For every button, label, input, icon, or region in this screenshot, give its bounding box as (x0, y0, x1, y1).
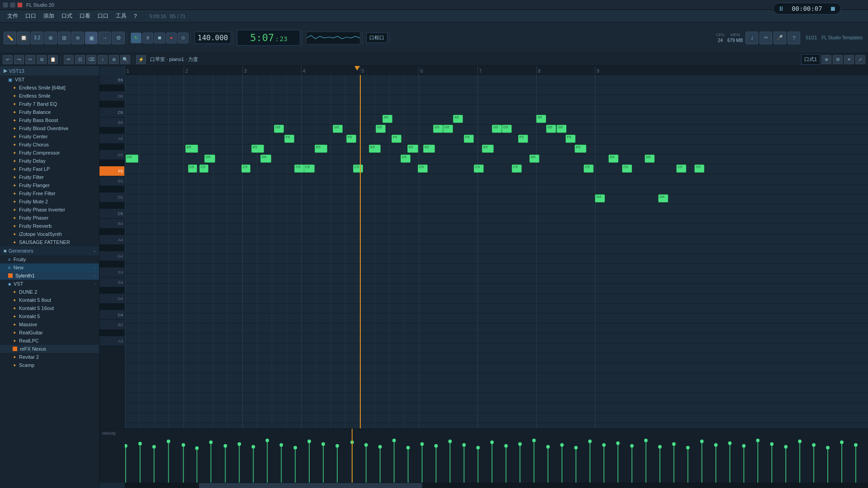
key-e5[interactable]: E5 (99, 176, 124, 186)
mode-display[interactable]: 口框口 (366, 33, 387, 43)
menu-edit[interactable]: 口口 (22, 11, 40, 21)
sidebar-item-delay[interactable]: ✦ Fruity Delay (0, 157, 99, 165)
note-g4-8[interactable]: G4 (595, 194, 605, 202)
sidebar-item-compressor[interactable]: ✦ Fruity Compressor (0, 149, 99, 157)
toolbar-icon-5[interactable]: ≋ (71, 32, 84, 44)
key-a4[interactable]: A4 (99, 235, 124, 245)
sidebar-item-vst2[interactable]: ■ VST - (0, 280, 99, 288)
cut-btn[interactable]: ✂ (25, 55, 35, 64)
note-g5-6a[interactable]: G5 (433, 125, 443, 133)
key-g5[interactable]: G5 (99, 150, 124, 160)
toolbar-icon-3[interactable]: ⊕ (44, 32, 57, 44)
key-b4[interactable]: B4 (99, 219, 124, 229)
note-d5-1[interactable]: D5 (126, 155, 138, 163)
note-c5-4[interactable]: C5 (304, 164, 315, 173)
note-c5-2a[interactable]: C5 (188, 164, 197, 173)
sidebar-item-kontakt16[interactable]: ✦ Kontakt 5 16out (0, 304, 99, 312)
clock-pause-btn[interactable]: ⏸ (778, 5, 784, 12)
copy-btn[interactable]: ⧉ (37, 55, 47, 64)
note-e5-7[interactable]: E5 (482, 145, 494, 153)
sidebar-item-center[interactable]: ✦ Fruity Center (0, 132, 99, 141)
sidebar-item-realguitar[interactable]: ✦ RealGuitar (0, 328, 99, 337)
key-b5[interactable]: B5 (99, 117, 124, 127)
note-d5-7[interactable]: D5 (529, 155, 539, 163)
sidebar-item-phaseinverter[interactable]: ✦ Fruity Phase Inverter (0, 206, 99, 214)
key-g4[interactable]: G4 (99, 251, 124, 261)
toolbar-icon-2[interactable]: 🔲 (17, 32, 30, 44)
mute-tool[interactable]: ⊗ (109, 55, 119, 64)
key-bb5[interactable] (99, 127, 124, 134)
key-e6[interactable]: E6 (99, 75, 124, 85)
key-bb4[interactable] (99, 229, 124, 235)
note-e5-2[interactable]: E5 (185, 145, 198, 153)
note-c5-7[interactable]: C5 (512, 164, 522, 173)
undo-btn[interactable]: ↩ (3, 55, 13, 64)
key-ab5[interactable] (99, 144, 124, 150)
paste-btn[interactable]: 📋 (48, 55, 58, 64)
key-eb6[interactable] (99, 85, 124, 91)
sidebar-item-izotope[interactable]: ✦ iZotope VocalSynth (0, 230, 99, 238)
close-panel[interactable]: ✕ (844, 55, 854, 64)
window-controls[interactable] (3, 2, 23, 8)
note-d5-5[interactable]: D5 (401, 155, 410, 163)
stop-btn[interactable]: ⏹ (154, 33, 165, 43)
note-f5-6[interactable]: F5 (464, 135, 474, 143)
note-g5-6b[interactable]: G5 (443, 125, 453, 133)
note-f5-7[interactable]: F5 (518, 135, 528, 143)
sidebar-item-fruity[interactable]: ≡ Fruity (0, 255, 99, 263)
note-c5-6[interactable]: C5 (474, 164, 484, 173)
menu-file[interactable]: 文件 (4, 11, 22, 21)
sidebar-item-scamp[interactable]: ✦ Scamp (0, 361, 99, 369)
sidebar-item-vst[interactable]: ▣ VST (0, 75, 99, 84)
sidebar-item-dune2[interactable]: ✦ DUNE 2 (0, 288, 99, 296)
note-g5-8b[interactable]: G5 (557, 125, 566, 133)
sidebar-item-refx[interactable]: reFX Nexus (0, 345, 99, 353)
note-c5-5[interactable]: C5 (418, 164, 428, 173)
metronome-btn[interactable]: ♩ (745, 32, 758, 44)
key-d4[interactable]: D4 (99, 294, 124, 304)
key-e4[interactable]: E4 (99, 277, 124, 287)
menu-view[interactable]: 口看 (76, 11, 94, 21)
sidebar-item-massive[interactable]: ✦ Massive (0, 320, 99, 328)
record-input-btn[interactable]: ⊙ (178, 33, 189, 43)
key-ab4[interactable] (99, 245, 124, 251)
sidebar-item-freefilter[interactable]: ✦ Fruity Free Filter (0, 189, 99, 197)
sidebar-item-flanger[interactable]: ✦ Fruity Flanger (0, 181, 99, 189)
key-a5[interactable]: A5 (99, 134, 124, 144)
h-scrollbar-thumb[interactable] (199, 483, 422, 488)
sidebar-item-kontakt5[interactable]: ✦ Kontakt 5 (0, 312, 99, 320)
note-e5-4[interactable]: E5 (315, 145, 327, 153)
note-g5-7a[interactable]: G5 (492, 125, 502, 133)
key-d6[interactable]: D6 (99, 91, 124, 101)
key-gb4[interactable] (99, 261, 124, 267)
key-b3[interactable]: B3 (99, 320, 124, 330)
note-e5-5[interactable]: E5 (369, 145, 381, 153)
note-a5-5[interactable]: A5 (382, 115, 392, 123)
sidebar-item-phaser[interactable]: ✦ Fruity Phaser (0, 214, 99, 222)
zoom-out-tool[interactable]: 🔍 (120, 55, 130, 64)
note-a5-8[interactable]: A5 (536, 115, 546, 123)
playhead-marker[interactable] (354, 66, 360, 70)
expand-btn[interactable]: ⤢ (855, 55, 865, 64)
clock-stop-btn[interactable]: ⏹ (830, 5, 836, 12)
key-c6[interactable]: C6 (99, 108, 124, 117)
menu-options[interactable]: 口口 (94, 11, 112, 21)
sidebar-item-sausage[interactable]: ✦ SAUSAGE FATTENER (0, 238, 99, 246)
note-c5-9[interactable]: C5 (676, 164, 686, 173)
mic-btn[interactable]: 🎤 (774, 32, 786, 44)
note-d5-2[interactable]: D5 (204, 155, 215, 163)
note-d5-8[interactable]: D5 (609, 155, 618, 163)
note-c5-4b[interactable]: C5 (353, 164, 363, 173)
note-d5-9[interactable]: D5 (645, 155, 655, 163)
sidebar-item-endless64[interactable]: ✦ Endless Smile [64bit] (0, 84, 99, 92)
sidebar-item-endless[interactable]: ✦ Endless Smile (0, 92, 99, 100)
sidebar-item-filter[interactable]: ✦ Fruity Filter (0, 173, 99, 181)
detuner-tool[interactable]: ♪ (98, 55, 108, 64)
note-e5-6[interactable]: E5 (423, 145, 435, 153)
key-a3[interactable]: A3 (99, 336, 124, 346)
menu-pattern[interactable]: 口式 (58, 11, 76, 21)
sidebar-item-balance[interactable]: ✦ Fruity Balance (0, 108, 99, 116)
toolbar-arrow[interactable]: → (99, 32, 111, 44)
key-bb3[interactable] (99, 330, 124, 336)
generators-section-header[interactable]: ■ Generators - (0, 246, 99, 255)
